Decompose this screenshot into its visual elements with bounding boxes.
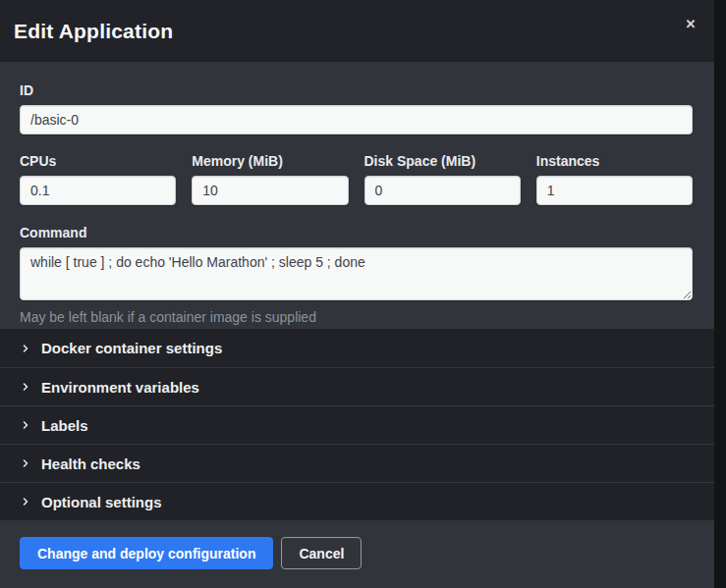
disk-field-group: Disk Space (MiB) <box>364 153 521 205</box>
id-label: ID <box>20 82 693 98</box>
instances-field-group: Instances <box>536 153 693 205</box>
section-labels[interactable]: Labels <box>0 405 714 444</box>
disk-input[interactable] <box>364 176 521 205</box>
accordion-sections: Docker container settings Environment va… <box>0 329 714 520</box>
id-field-group: ID <box>20 82 693 134</box>
chevron-right-icon <box>20 496 31 508</box>
id-input[interactable] <box>20 105 693 134</box>
memory-field-group: Memory (MiB) <box>192 153 348 205</box>
section-label: Labels <box>41 417 88 434</box>
section-label: Health checks <box>41 455 140 472</box>
resources-row: CPUs Memory (MiB) Disk Space (MiB) Insta… <box>20 153 693 205</box>
command-field-group: Command while [ true ] ; do echo 'Hello … <box>20 225 693 325</box>
chevron-right-icon <box>20 381 31 393</box>
cpus-label: CPUs <box>20 153 176 169</box>
chevron-right-icon <box>20 419 31 431</box>
instances-label: Instances <box>536 153 693 169</box>
command-label: Command <box>20 225 693 241</box>
section-label: Docker container settings <box>41 340 222 356</box>
edit-application-modal: Edit Application ✕ ID CPUs Memory (MiB) … <box>0 0 714 588</box>
section-optional-settings[interactable]: Optional settings <box>0 482 714 520</box>
command-textarea[interactable]: while [ true ] ; do echo 'Hello Marathon… <box>20 247 693 300</box>
memory-label: Memory (MiB) <box>192 153 348 169</box>
instances-input[interactable] <box>536 176 693 205</box>
cpus-input[interactable] <box>20 176 176 205</box>
command-help-text: May be left blank if a container image i… <box>20 309 693 325</box>
section-health-checks[interactable]: Health checks <box>0 444 714 482</box>
chevron-right-icon <box>20 457 31 469</box>
section-environment-variables[interactable]: Environment variables <box>0 367 714 405</box>
cancel-button[interactable]: Cancel <box>281 537 362 569</box>
disk-label: Disk Space (MiB) <box>364 153 521 169</box>
change-and-deploy-button[interactable]: Change and deploy configuration <box>20 537 273 569</box>
memory-input[interactable] <box>192 176 348 205</box>
section-label: Optional settings <box>41 494 162 510</box>
chevron-right-icon <box>20 343 31 354</box>
modal-footer: Change and deploy configuration Cancel <box>0 520 714 588</box>
close-icon[interactable]: ✕ <box>681 14 700 33</box>
application-form: ID CPUs Memory (MiB) Disk Space (MiB) In… <box>0 62 714 329</box>
section-docker-container-settings[interactable]: Docker container settings <box>0 329 714 367</box>
modal-header: Edit Application ✕ <box>0 0 714 62</box>
section-label: Environment variables <box>41 379 199 396</box>
cpus-field-group: CPUs <box>20 153 176 205</box>
page-title: Edit Application <box>14 20 173 43</box>
